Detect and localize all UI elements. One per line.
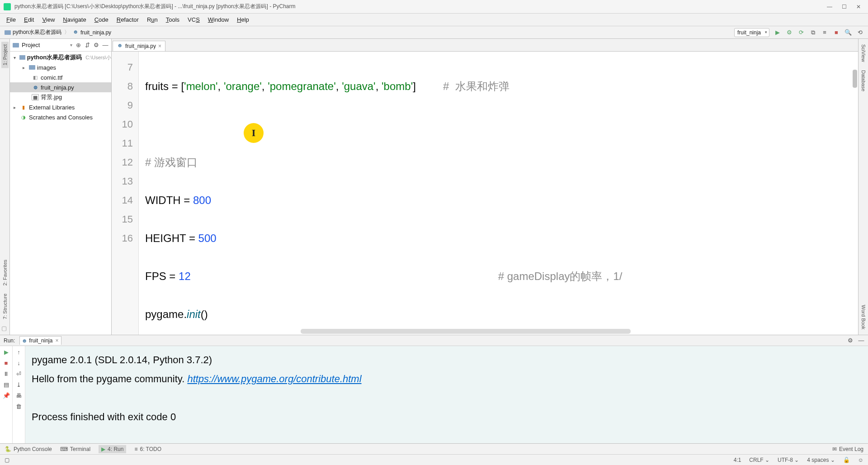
editor-body[interactable]: 7 8 9 10 11 12 13 14 15 16 fruits = ['me… (112, 52, 858, 335)
menu-navigate[interactable]: Navigate (59, 14, 90, 25)
rerun-icon[interactable]: ▶ (2, 348, 10, 356)
gear-icon[interactable]: ⚙ (93, 42, 99, 48)
profile-icon[interactable]: ⧉ (809, 29, 816, 36)
tree-file-comic[interactable]: ◧ comic.ttf (10, 72, 111, 82)
search-everywhere-icon[interactable]: 🔍 (844, 29, 852, 36)
pause-icon[interactable]: ⏸ (2, 370, 10, 378)
inspection-icon[interactable]: ☺ (858, 457, 863, 463)
run-tool-column-1: ▶ ■ ⏸ ▤ 📌 (0, 346, 13, 443)
debug-button-icon[interactable]: ⚙ (786, 29, 793, 36)
label: Event Log (839, 446, 863, 452)
hide-icon[interactable]: — (858, 337, 864, 344)
code-string: 'guava' (342, 80, 376, 92)
run-output[interactable]: pygame 2.0.1 (SDL 2.0.14, Python 3.7.2) … (25, 346, 868, 443)
code-text: () (201, 308, 208, 320)
tree-scratches[interactable]: ◑ Scratches and Consoles (10, 112, 111, 122)
menu-window[interactable]: Window (204, 14, 232, 25)
tab-database[interactable]: Database (860, 67, 867, 94)
tab-project[interactable]: 1: Project (1, 42, 9, 68)
python-console-tab[interactable]: 🐍 Python Console (5, 446, 52, 452)
tree-file-fruitninja[interactable]: ⊚ fruit_ninja.py (10, 82, 111, 92)
up-icon[interactable]: ↑ (15, 348, 23, 356)
stop-button-icon[interactable]: ■ (833, 29, 840, 36)
encoding[interactable]: UTF-8 (778, 457, 793, 463)
event-log[interactable]: ✉ Event Log (832, 446, 863, 452)
horizontal-scrollbar[interactable] (301, 329, 631, 334)
caret-position[interactable]: 4:1 (734, 457, 741, 463)
terminal-tab[interactable]: ⌨ Terminal (60, 446, 90, 452)
tab-sciview[interactable]: SciView (860, 42, 867, 65)
line-separator[interactable]: CRLF (749, 457, 763, 463)
collapse-icon[interactable]: ⇵ (84, 42, 90, 48)
code-view[interactable]: fruits = ['melon', 'orange', 'pomegranat… (139, 52, 858, 335)
lock-icon[interactable]: 🔓 (843, 457, 850, 463)
tree-external-libs[interactable]: ▸ ▮ External Libraries (10, 102, 111, 112)
gear-icon[interactable]: ⚙ (847, 337, 854, 344)
project-view-select[interactable]: ▾ (70, 43, 72, 47)
project-tree[interactable]: ▾ python水果忍者源码 C:\Users\小 ▸ images ◧ com… (10, 52, 111, 335)
tree-folder-images[interactable]: ▸ images (10, 62, 111, 72)
stripe-bottom-icon[interactable]: ▢ (1, 325, 9, 332)
vertical-scrollbar[interactable] (853, 70, 857, 88)
tree-root[interactable]: ▾ python水果忍者源码 C:\Users\小 (10, 52, 111, 62)
close-icon[interactable]: × (55, 337, 58, 344)
tree-root-label: python水果忍者源码 (27, 53, 82, 62)
coverage-icon[interactable]: ⟳ (797, 29, 805, 36)
run-config-label: fruit_ninja (737, 29, 761, 36)
editor-area: ⊚ fruit_ninja.py × 7 8 9 10 11 12 13 14 … (112, 39, 858, 335)
chevron-right-icon[interactable]: ▸ (14, 105, 18, 110)
run-tab-bottom[interactable]: ▶ 4: Run (99, 445, 126, 453)
maximize-button[interactable]: ☐ (841, 4, 847, 10)
run-tab[interactable]: ⊚ fruit_ninja × (19, 336, 61, 345)
menu-edit[interactable]: Edit (20, 14, 38, 25)
run-config-select[interactable]: fruit_ninja ▾ (734, 28, 769, 37)
editor-tab-fruitninja[interactable]: ⊚ fruit_ninja.py × (113, 41, 165, 51)
print-icon[interactable]: 🖶 (15, 391, 23, 399)
locate-icon[interactable]: ⊕ (75, 42, 81, 48)
menu-tools[interactable]: Tools (162, 14, 183, 25)
chevron-down-icon[interactable]: ▾ (14, 55, 18, 60)
code-text: pygame. (145, 308, 187, 320)
run-button-icon[interactable]: ▶ (774, 29, 781, 36)
sync-icon[interactable]: ⟲ (856, 29, 863, 36)
folder-icon (13, 43, 19, 47)
menu-vcs[interactable]: VCS (184, 14, 203, 25)
stop-icon[interactable]: ■ (2, 359, 10, 367)
menu-refactor[interactable]: Refactor (113, 14, 142, 25)
indent[interactable]: 4 spaces (807, 457, 829, 463)
chevron-right-icon[interactable]: ▸ (23, 65, 27, 70)
tree-file-bgimg[interactable]: ▦ 背景.jpg (10, 92, 111, 102)
tab-wordbook[interactable]: Word Book (860, 302, 867, 332)
code-string: 'melon' (184, 80, 218, 92)
menu-code[interactable]: Code (91, 14, 112, 25)
status-left-icon[interactable]: ▢ (5, 457, 9, 463)
output-link[interactable]: https://www.pygame.org/contribute.html (187, 373, 361, 384)
wrap-icon[interactable]: ⏎ (15, 370, 23, 378)
run-header: Run: ⊚ fruit_ninja × ⚙ — (0, 335, 868, 346)
code-text: , (336, 80, 342, 92)
code-comment: # 游戏窗口 (145, 156, 198, 168)
todo-tab[interactable]: ≡ 6: TODO (134, 446, 161, 452)
project-folder-icon (19, 55, 25, 60)
menu-help[interactable]: Help (233, 14, 253, 25)
font-file-icon: ◧ (32, 74, 39, 81)
menu-run[interactable]: Run (143, 14, 161, 25)
tab-favorites[interactable]: 2: Favorites (1, 257, 9, 288)
close-icon[interactable]: × (158, 43, 161, 49)
right-tool-stripe: SciView Database Word Book (858, 39, 868, 335)
tab-structure[interactable]: 7: Structure (1, 291, 9, 322)
clear-icon[interactable]: 🗑 (15, 402, 23, 410)
breadcrumb-root[interactable]: python水果忍者源码 (5, 28, 61, 36)
minimize-button[interactable]: — (826, 4, 833, 10)
attach-icon[interactable]: ≡ (821, 29, 828, 36)
breadcrumb-file[interactable]: ⊚ fruit_ninja.py (72, 29, 111, 36)
scroll-icon[interactable]: ⤓ (15, 380, 23, 389)
hide-icon[interactable]: — (102, 42, 108, 48)
layout-icon[interactable]: ▤ (2, 380, 10, 389)
run-tool-column-2: ↑ ↓ ⏎ ⤓ 🖶 🗑 (13, 346, 25, 443)
close-button[interactable]: ✕ (855, 4, 862, 10)
pin-icon[interactable]: 📌 (2, 391, 10, 399)
menu-view[interactable]: View (38, 14, 58, 25)
menu-file[interactable]: File (3, 14, 19, 25)
down-icon[interactable]: ↓ (15, 359, 23, 367)
